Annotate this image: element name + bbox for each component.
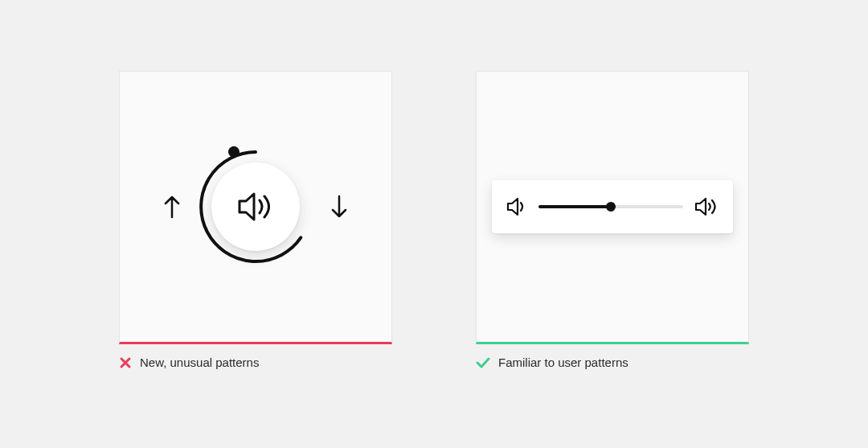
good-example: Familiar to user patterns	[476, 71, 749, 369]
check-icon	[476, 357, 490, 368]
cross-icon	[119, 356, 132, 369]
dial-inner	[211, 162, 300, 251]
slider-fill	[538, 205, 611, 208]
slider-track[interactable]	[538, 205, 683, 208]
good-caption-text: Familiar to user patterns	[498, 356, 628, 369]
bad-example: New, unusual patterns	[119, 71, 392, 369]
slider-thumb[interactable]	[606, 202, 616, 212]
speaker-low-icon	[506, 197, 527, 216]
good-caption: Familiar to user patterns	[476, 356, 749, 369]
comparison-container: New, unusual patterns	[119, 71, 749, 369]
arrow-down-icon[interactable]	[330, 195, 348, 219]
bad-example-card	[119, 71, 392, 344]
arrow-up-icon[interactable]	[163, 195, 181, 219]
volume-dial-control[interactable]	[163, 146, 348, 267]
bad-caption-text: New, unusual patterns	[140, 356, 259, 369]
good-example-card	[476, 71, 749, 344]
volume-slider-control[interactable]	[492, 180, 733, 233]
bad-caption: New, unusual patterns	[119, 356, 392, 369]
speaker-icon	[236, 191, 275, 223]
speaker-high-icon	[694, 197, 719, 216]
volume-dial[interactable]	[195, 146, 316, 267]
